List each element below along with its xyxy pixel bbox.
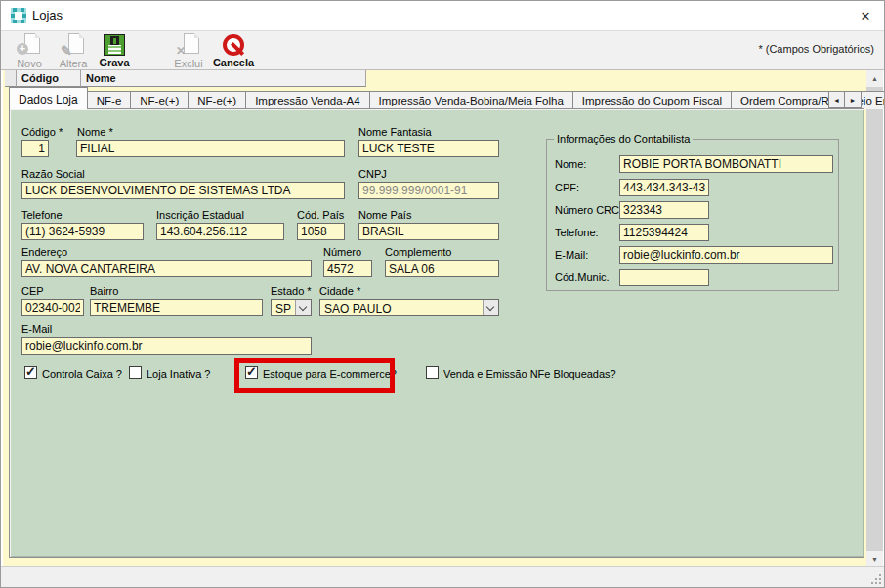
contabilista-cpf-input[interactable] — [619, 179, 709, 196]
contabilista-crc-input[interactable] — [619, 201, 709, 219]
contabilista-telefone-input[interactable] — [619, 224, 709, 241]
venda-emissao-nfe-label[interactable]: Venda e Emissão NFe Bloqueadas? — [443, 368, 616, 380]
grava-label: Grava — [99, 57, 129, 68]
bairro-label: Bairro — [90, 285, 118, 297]
contabilista-email-label: E-Mail: — [555, 249, 588, 261]
dropdown-chevron-icon — [299, 303, 307, 311]
status-bar — [1, 566, 884, 587]
telefone-label: Telefone — [21, 209, 63, 221]
tab-impressao-venda-bobina[interactable]: Impressão Venda-Bobina/Meia Folha — [370, 91, 573, 109]
email-label: E-Mail — [21, 323, 52, 335]
nome-input[interactable] — [76, 140, 345, 157]
contabilista-nome-input[interactable] — [619, 155, 833, 173]
estado-select-value: SP — [275, 302, 291, 315]
grid-header-nome[interactable]: Nome — [81, 70, 366, 87]
contabilista-cod-munic-input[interactable] — [619, 269, 709, 286]
endereco-input[interactable] — [21, 260, 312, 277]
grid-header-codigo[interactable]: Código — [17, 70, 81, 87]
app-icon — [11, 8, 26, 23]
estoque-ecommerce-label[interactable]: Estoque para E-commerce? — [263, 368, 397, 380]
nome-fantasia-input[interactable] — [358, 140, 499, 157]
scroll-up-icon: ▲ — [871, 75, 878, 82]
grava-button[interactable]: Grava — [95, 33, 134, 69]
contabilista-cpf-label: CPF: — [555, 182, 579, 193]
grid-row-indicator-header — [5, 70, 17, 87]
cnpj-label: CNPJ — [358, 168, 387, 180]
scrollbar-thumb[interactable] — [866, 87, 883, 551]
close-icon: ✕ — [861, 9, 871, 23]
exclui-label: Exclui — [174, 58, 202, 69]
codigo-input[interactable] — [21, 140, 49, 157]
tab-nfe-plus-1[interactable]: NF-e(+) — [131, 91, 189, 109]
contabilista-cod-munic-label: Cód.Munic. — [555, 272, 610, 283]
tab-impressao-venda-a4[interactable]: Impressão Venda-A4 — [246, 91, 369, 109]
inscricao-estadual-input[interactable] — [156, 223, 284, 240]
tab-dados-loja[interactable]: Dados Loja — [9, 87, 88, 109]
cidade-select[interactable]: SAO PAULO — [319, 299, 499, 316]
cnpj-input[interactable] — [358, 182, 499, 199]
tab-scroller: ◄ ► — [828, 91, 862, 108]
tab-nfe-plus-2[interactable]: NF-e(+) — [189, 91, 246, 109]
complemento-input[interactable] — [385, 260, 499, 277]
cidade-dropdown-button[interactable] — [483, 300, 498, 315]
nome-label: Nome * — [77, 126, 113, 138]
venda-emissao-nfe-checkbox[interactable] — [426, 366, 439, 379]
required-fields-note: * (Campos Obrigatórios) — [758, 43, 874, 55]
controla-caixa-label[interactable]: Controla Caixa ? — [42, 368, 122, 380]
nome-pais-label: Nome País — [358, 209, 411, 221]
codigo-label: Código * — [21, 126, 63, 138]
edit-document-icon: ✎ — [61, 33, 86, 57]
cancela-button[interactable]: Cancela — [210, 33, 257, 69]
estado-label: Estado * — [271, 285, 312, 297]
scroll-up-button[interactable]: ▲ — [866, 70, 883, 87]
estoque-ecommerce-checkbox[interactable]: ✓ — [245, 366, 258, 379]
left-arrow-icon: ◄ — [833, 97, 840, 104]
loja-inativa-label[interactable]: Loja Inativa ? — [147, 368, 210, 380]
cod-pais-input[interactable] — [297, 223, 345, 240]
delete-document-icon: ✕ — [176, 33, 201, 57]
resize-grip-icon[interactable] — [871, 574, 881, 584]
telefone-input[interactable] — [21, 223, 144, 240]
novo-button[interactable]: + Novo — [9, 33, 50, 69]
loja-inativa-checkbox[interactable] — [129, 366, 142, 379]
right-arrow-icon: ► — [850, 97, 857, 104]
nome-fantasia-label: Nome Fantasia — [358, 126, 432, 138]
razao-social-label: Razão Social — [21, 168, 85, 180]
cep-input[interactable] — [21, 299, 84, 316]
contabilista-email-input[interactable] — [619, 246, 833, 264]
email-input[interactable] — [21, 337, 312, 355]
tab-ordem-compra-romaneio[interactable]: Ordem Compra/Romaneio Entrega — [732, 91, 885, 109]
tab-scroll-left-button[interactable]: ◄ — [828, 91, 845, 108]
toolbar: + Novo ✎ Altera Grava ✕ Exclui — [1, 30, 884, 70]
close-button[interactable]: ✕ — [855, 5, 876, 26]
exclui-button[interactable]: ✕ Exclui — [167, 33, 210, 69]
tab-nfe[interactable]: NF-e — [88, 91, 132, 109]
bairro-input[interactable] — [90, 299, 263, 316]
plus-icon: + — [17, 43, 28, 55]
numero-input[interactable] — [323, 260, 372, 277]
contabilista-group-title: Informações do Contabilista — [554, 133, 693, 145]
tab-bar: Dados Loja NF-e NF-e(+) NF-e(+) Impressã… — [9, 87, 864, 109]
new-document-icon: + — [17, 33, 42, 57]
controla-caixa-checkbox[interactable]: ✓ — [24, 366, 37, 379]
contabilista-nome-label: Nome: — [555, 158, 586, 170]
novo-label: Novo — [17, 58, 42, 69]
check-icon: ✓ — [25, 364, 36, 379]
razao-social-input[interactable] — [21, 182, 345, 199]
tab-impressao-cupom-fiscal[interactable]: Impressão do Cupom Fiscal — [573, 91, 732, 109]
cep-label: CEP — [21, 285, 44, 297]
cidade-label: Cidade * — [319, 285, 360, 297]
estado-select[interactable]: SP — [271, 299, 312, 316]
altera-button[interactable]: ✎ Altera — [52, 33, 95, 69]
cancela-label: Cancela — [213, 57, 254, 68]
cancel-ban-icon — [223, 34, 244, 56]
check-icon: ✓ — [246, 364, 257, 379]
title-bar: Lojas ✕ — [1, 1, 884, 30]
estado-dropdown-button[interactable] — [295, 300, 311, 315]
nome-pais-input[interactable] — [358, 223, 499, 240]
pencil-icon: ✎ — [61, 45, 72, 57]
endereco-label: Endereço — [21, 246, 67, 258]
altera-label: Altera — [60, 58, 88, 69]
tab-scroll-right-button[interactable]: ► — [845, 91, 862, 108]
grid-vertical-scrollbar[interactable]: ▲ ▼ — [866, 70, 883, 567]
